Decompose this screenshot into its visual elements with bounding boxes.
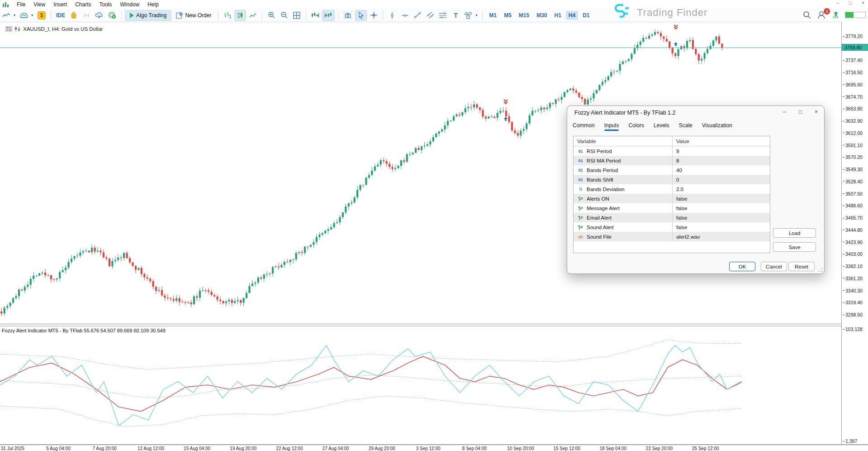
shapes-tool-button[interactable]: ▾ <box>462 10 479 21</box>
dialog-tab-inputs[interactable]: Inputs <box>604 122 619 131</box>
dialog-tab-colors[interactable]: Colors <box>628 122 644 131</box>
dialog-minimize-button[interactable]: – <box>783 109 786 115</box>
price-tick: 3716.50 <box>843 70 863 75</box>
window-close-button[interactable]: × <box>860 0 866 6</box>
fibonacci-tool-button[interactable] <box>437 10 449 21</box>
level-button[interactable]: LVL <box>833 11 839 19</box>
load-button[interactable]: Load <box>773 228 816 238</box>
market-button[interactable]: $ <box>36 10 47 21</box>
input-row-bands-shift[interactable]: 01Bands Shift0 <box>574 175 770 184</box>
panel-splitter[interactable] <box>0 323 868 326</box>
menu-charts[interactable]: Charts <box>71 1 95 8</box>
menu-tools[interactable]: Tools <box>95 1 116 8</box>
crosshair-icon <box>370 11 378 19</box>
variable-value[interactable]: false <box>672 194 770 203</box>
tile-windows-button[interactable] <box>291 10 303 21</box>
current-price-label: 3759.40 <box>842 44 868 51</box>
menu-window[interactable]: Window <box>116 1 144 8</box>
channel-tool-button[interactable] <box>424 10 436 21</box>
timeframe-m30[interactable]: M30 <box>534 11 550 20</box>
window-minimize-button[interactable]: – <box>835 0 841 6</box>
timeframe-h1[interactable]: H1 <box>552 11 564 20</box>
brand-name: Trading Finder <box>637 7 707 19</box>
time-label: 15 Sep 12:00 <box>553 446 580 451</box>
ide-button[interactable]: IDE <box>54 10 67 21</box>
chart-shift-button[interactable] <box>309 10 321 21</box>
algo-trading-button[interactable]: Algo Trading <box>125 10 171 21</box>
reset-button[interactable]: Reset <box>788 262 815 271</box>
menu-help[interactable]: Help <box>143 1 163 8</box>
cursor-button[interactable] <box>355 10 367 21</box>
variable-value[interactable]: false <box>672 213 770 222</box>
input-row-rsi-ma-period[interactable]: 01RSI MA Period8 <box>574 156 770 165</box>
time-axis[interactable]: 31 Jul 20255 Aug 04:007 Aug 20:0012 Aug … <box>0 445 868 451</box>
zoom-in-button[interactable] <box>266 10 277 21</box>
buy-alert-icon <box>504 117 508 121</box>
price-axis[interactable]: 3779.203737.403716.503695.603674.703653.… <box>841 22 868 444</box>
community-button[interactable] <box>106 10 118 21</box>
menu-file[interactable]: File <box>13 1 29 8</box>
zoom-out-button[interactable] <box>278 10 290 21</box>
timeframe-m5[interactable]: M5 <box>501 11 514 20</box>
candlestick-type-button[interactable] <box>234 10 246 21</box>
input-row-rsi-period[interactable]: 01RSI Period9 <box>574 146 770 156</box>
timeframe-d1[interactable]: D1 <box>580 11 592 20</box>
input-row-sound-file[interactable]: abSound Filealert2.wav <box>574 232 770 241</box>
dialog-tab-common[interactable]: Common <box>573 122 595 131</box>
dialog-close-button[interactable]: × <box>815 109 818 115</box>
screenshot-button[interactable] <box>342 10 354 21</box>
variable-value[interactable]: 2.0 <box>672 184 770 194</box>
variable-value[interactable]: false <box>672 203 770 213</box>
header-variable: Variable <box>574 139 672 144</box>
chevron-down-icon: ▾ <box>475 13 477 17</box>
timeframe-m15[interactable]: M15 <box>516 11 532 20</box>
time-label: 22 Aug 12:00 <box>276 446 303 451</box>
input-row-sound-alert[interactable]: Sound Alertfalse <box>574 222 770 232</box>
input-row-bands-deviation[interactable]: ½Bands Deviation2.0 <box>574 184 770 194</box>
line-chart-type-button[interactable] <box>247 10 259 21</box>
dialog-maximize-button[interactable]: □ <box>799 109 802 115</box>
menu-insert[interactable]: Insert <box>49 1 71 8</box>
horizontal-line-tool-button[interactable] <box>399 10 411 21</box>
cancel-button[interactable]: Cancel <box>761 262 787 271</box>
search-icon[interactable] <box>803 11 811 19</box>
cloud-button[interactable] <box>93 10 105 21</box>
new-order-icon <box>176 12 183 19</box>
dialog-tab-levels[interactable]: Levels <box>654 122 669 131</box>
market-bag-button[interactable] <box>68 10 80 21</box>
notifications-button[interactable]: 1 <box>817 11 826 19</box>
variable-value[interactable]: 40 <box>672 165 770 175</box>
dialog-tab-scale[interactable]: Scale <box>679 122 693 131</box>
dialog-titlebar[interactable]: Fozzy Alert Indicator MT5 - By TFlab 1.2… <box>567 106 824 120</box>
bar-chart-type-button[interactable] <box>222 10 233 21</box>
menu-view[interactable]: View <box>29 1 49 8</box>
auto-scroll-button[interactable] <box>322 10 335 21</box>
input-row-bands-period[interactable]: 01Bands Period40 <box>574 165 770 175</box>
chart-profile-button[interactable]: ▾ <box>0 10 17 21</box>
indicator-chart-area[interactable] <box>0 326 841 444</box>
resize-grip-icon[interactable] <box>818 268 823 272</box>
variable-value[interactable]: alert2.wav <box>672 232 770 241</box>
input-row-alerts-on[interactable]: Alerts ONfalse <box>574 194 770 203</box>
input-row-message-alert[interactable]: Message Alertfalse <box>574 203 770 213</box>
vertical-line-icon <box>389 12 395 19</box>
timeframe-m1[interactable]: M1 <box>486 11 499 20</box>
variable-value[interactable]: 9 <box>672 146 770 156</box>
crosshair-button[interactable] <box>368 10 379 21</box>
window-maximize-button[interactable]: □ <box>847 0 854 6</box>
trendline-tool-button[interactable] <box>412 10 423 21</box>
market-watch-button[interactable]: ▾ <box>18 10 35 21</box>
text-tool-button[interactable]: T <box>450 10 461 21</box>
input-row-email-alert[interactable]: Email Alertfalse <box>574 213 770 222</box>
variable-value[interactable]: 8 <box>672 156 770 165</box>
timeframe-h4[interactable]: H4 <box>566 11 578 20</box>
new-order-button[interactable]: New Order <box>172 10 215 21</box>
variable-value[interactable]: false <box>672 222 770 232</box>
time-label: 5 Aug 04:00 <box>46 446 70 451</box>
vertical-line-tool-button[interactable] <box>386 10 398 21</box>
signals-button[interactable] <box>81 10 92 21</box>
ok-button[interactable]: OK <box>729 262 755 271</box>
dialog-tab-visualization[interactable]: Visualization <box>702 122 732 131</box>
variable-value[interactable]: 0 <box>672 175 770 184</box>
save-button[interactable]: Save <box>773 242 816 252</box>
